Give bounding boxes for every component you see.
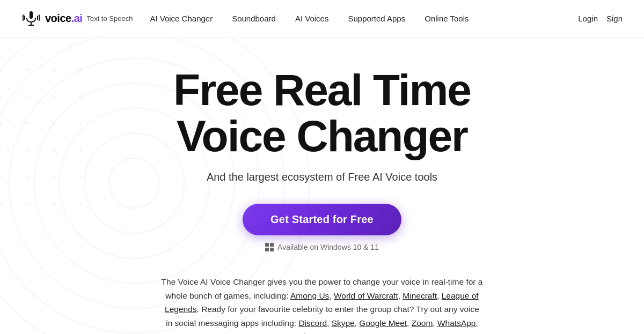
- nav-tts-label: Text to Speech: [86, 14, 133, 23]
- windows-badge: Available on Windows 10 & 11: [265, 243, 379, 251]
- nav-soundboard[interactable]: Soundboard: [232, 14, 276, 23]
- nav-ai-voices[interactable]: AI Voices: [295, 14, 329, 23]
- svg-rect-49: [30, 11, 33, 19]
- microphone-icon: [21, 9, 41, 28]
- hero-title: Free Real Time Voice Changer: [173, 67, 471, 159]
- svg-rect-58: [265, 248, 269, 251]
- svg-rect-57: [270, 243, 274, 247]
- nav-supported-apps[interactable]: Supported Apps: [348, 14, 405, 23]
- svg-rect-59: [270, 248, 274, 251]
- link-google-meet[interactable]: Google Meet: [359, 318, 407, 328]
- navbar: voice.ai Text to Speech AI Voice Changer…: [0, 0, 644, 38]
- windows-icon: [265, 243, 274, 251]
- cta-button[interactable]: Get Started for Free: [243, 204, 401, 235]
- link-wow[interactable]: World of Warcraft: [334, 291, 398, 300]
- link-minecraft[interactable]: Minecraft: [402, 291, 437, 300]
- description-text: The Voice AI Voice Changer gives you the…: [161, 275, 483, 334]
- svg-rect-56: [265, 243, 269, 247]
- windows-label: Available on Windows 10 & 11: [277, 243, 379, 251]
- hero-subtitle: And the largest ecosystem of Free AI Voi…: [207, 171, 437, 183]
- login-button[interactable]: Login: [578, 14, 598, 23]
- nav-actions: Login Sign: [578, 14, 623, 23]
- link-discord[interactable]: Discord: [298, 318, 327, 328]
- link-zoom[interactable]: Zoom: [412, 318, 433, 328]
- logo-text: voice.ai: [45, 12, 82, 25]
- link-whatsapp[interactable]: WhatsApp: [437, 318, 476, 328]
- nav-ai-voice-changer[interactable]: AI Voice Changer: [150, 14, 213, 23]
- logo-link[interactable]: voice.ai: [21, 9, 82, 28]
- signup-button[interactable]: Sign: [606, 14, 623, 23]
- link-skype[interactable]: Skype: [332, 318, 355, 328]
- main-content: Free Real Time Voice Changer And the lar…: [0, 38, 644, 334]
- nav-online-tools[interactable]: Online Tools: [425, 14, 469, 23]
- link-among-us[interactable]: Among Us: [290, 291, 329, 300]
- nav-links: AI Voice Changer Soundboard AI Voices Su…: [150, 14, 578, 23]
